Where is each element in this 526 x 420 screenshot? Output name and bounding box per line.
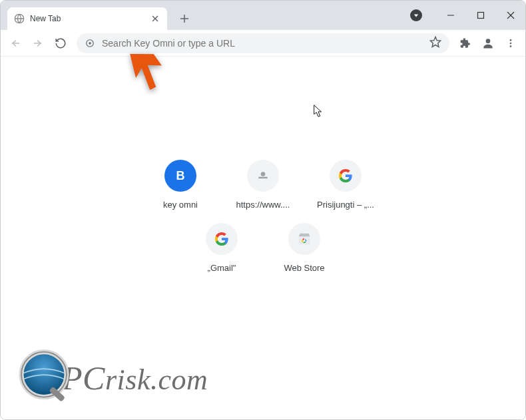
content-area: B key omni https://www.... (1, 57, 525, 419)
shortcut-icon: B (164, 160, 196, 192)
shortcut-web-store[interactable]: Web Store (271, 223, 338, 273)
shortcut-icon (247, 160, 279, 192)
address-bar-input[interactable] (102, 38, 429, 49)
svg-point-18 (510, 45, 512, 47)
close-window-button[interactable] (495, 5, 525, 25)
shortcut-icon (330, 160, 362, 192)
shortcut-row: „Gmail" Web Store (188, 223, 338, 273)
minimize-button[interactable] (435, 5, 465, 25)
shortcut-icon (288, 223, 320, 255)
google-g-icon (338, 168, 353, 183)
shortcut-label: Prisijungti – „... (317, 200, 374, 210)
toolbar (1, 30, 525, 57)
svg-marker-5 (414, 14, 418, 17)
watermark-text: PCrisk.com (62, 359, 208, 397)
extensions-button[interactable] (455, 33, 476, 54)
forward-button[interactable] (27, 33, 49, 54)
shortcut-label: Web Store (284, 263, 324, 273)
omnibox[interactable] (77, 33, 449, 53)
shortcut-url[interactable]: https://www.... (230, 160, 296, 210)
svg-point-13 (89, 42, 91, 45)
svg-marker-14 (431, 37, 441, 47)
shortcut-label: https://www.... (236, 200, 290, 210)
shortcut-label: „Gmail" (208, 263, 236, 273)
tab-title: New Tab (30, 14, 150, 23)
new-tab-button[interactable] (175, 9, 194, 28)
watermark-logo-icon (14, 349, 74, 406)
svg-point-20 (261, 172, 266, 176)
browser-window: New Tab (0, 0, 526, 420)
mouse-cursor-icon (313, 105, 324, 120)
shortcut-icon (206, 223, 238, 255)
svg-point-17 (510, 42, 512, 44)
shortcut-gmail[interactable]: „Gmail" (188, 223, 255, 273)
globe-icon (14, 13, 25, 24)
svg-point-16 (510, 39, 512, 41)
shortcut-key-omni[interactable]: B key omni (147, 160, 214, 210)
annotation-arrow-icon (124, 51, 164, 94)
svg-marker-27 (125, 51, 164, 91)
watermark: PCrisk.com (14, 349, 208, 406)
svg-point-15 (486, 39, 491, 43)
window-controls (410, 1, 525, 30)
profile-button[interactable] (477, 33, 499, 54)
maximize-button[interactable] (465, 5, 495, 25)
search-engine-icon (85, 38, 95, 49)
shortcuts-grid: B key omni https://www.... (147, 160, 379, 273)
watermark-rest: risk.com (105, 363, 208, 396)
google-g-icon (214, 232, 229, 246)
generic-site-icon (256, 169, 270, 182)
watermark-letter: C (83, 359, 105, 397)
bookmark-star-icon[interactable] (429, 36, 441, 51)
browser-tab[interactable]: New Tab (7, 7, 167, 30)
letter-b-icon: B (176, 169, 185, 183)
shortcut-label: key omni (163, 200, 198, 210)
shortcut-row: B key omni https://www.... (147, 160, 379, 210)
close-tab-button[interactable] (150, 13, 160, 24)
reload-button[interactable] (50, 33, 71, 54)
shortcut-google-login[interactable]: Prisijungti – „... (312, 160, 379, 210)
menu-button[interactable] (500, 33, 521, 54)
svg-marker-28 (314, 105, 322, 116)
svg-rect-19 (258, 177, 267, 179)
svg-rect-7 (477, 13, 483, 19)
back-button[interactable] (5, 33, 26, 54)
update-badge-icon[interactable] (410, 9, 422, 21)
titlebar: New Tab (1, 1, 525, 30)
web-store-icon (297, 232, 312, 246)
